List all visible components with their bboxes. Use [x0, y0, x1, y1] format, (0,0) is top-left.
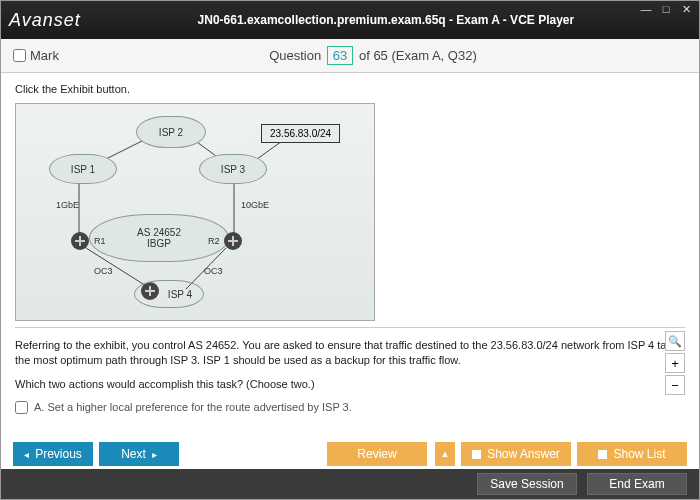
save-session-button[interactable]: Save Session [477, 473, 577, 495]
label-oc3-right: OC3 [204, 266, 223, 276]
as-ibgp: IBGP [147, 238, 171, 249]
question-word: Question [269, 48, 321, 63]
app-logo: Avanset [9, 10, 81, 31]
router-r1-icon [71, 232, 89, 250]
option-a-checkbox[interactable] [15, 401, 28, 414]
router-r2-icon [224, 232, 242, 250]
question-bar: Mark Question 63 of 65 (Exam A, Q32) [1, 39, 699, 73]
as-number: AS 24652 [137, 227, 181, 238]
magnifier-icon[interactable]: 🔍 [665, 331, 685, 351]
label-1gbe: 1GbE [56, 200, 79, 210]
question-number[interactable]: 63 [327, 46, 353, 65]
label-r1: R1 [94, 236, 106, 246]
content-area: Click the Exhibit button. ISP 2 23.56.83… [1, 73, 699, 425]
cloud-isp3: ISP 3 [199, 154, 267, 184]
zoom-controls: 🔍 + − [665, 331, 685, 395]
cloud-isp1: ISP 1 [49, 154, 117, 184]
question-position: Question 63 of 65 (Exam A, Q32) [59, 46, 687, 65]
question-paragraph-1: Referring to the exhibit, you control AS… [15, 338, 685, 369]
label-10gbe: 10GbE [241, 200, 269, 210]
prefix-box: 23.56.83.0/24 [261, 124, 340, 143]
end-exam-button[interactable]: End Exam [587, 473, 687, 495]
window-controls: — □ ✕ [639, 3, 693, 16]
show-list-button[interactable]: Show List [577, 442, 687, 466]
stop-icon [598, 450, 607, 459]
review-button[interactable]: Review [327, 442, 427, 466]
minimize-icon[interactable]: — [639, 3, 653, 16]
content-divider [15, 327, 685, 328]
exhibit-instruction: Click the Exhibit button. [15, 83, 685, 95]
mark-checkbox[interactable] [13, 49, 26, 62]
exhibit-diagram: ISP 2 23.56.83.0/24 ISP 1 ISP 3 1GbE 10G… [15, 103, 375, 321]
cloud-isp2: ISP 2 [136, 116, 206, 148]
zoom-in-button[interactable]: + [665, 353, 685, 373]
show-answer-button[interactable]: Show Answer [461, 442, 571, 466]
zoom-out-button[interactable]: − [665, 375, 685, 395]
maximize-icon[interactable]: □ [659, 3, 673, 16]
label-oc3-left: OC3 [94, 266, 113, 276]
label-r2: R2 [208, 236, 220, 246]
review-dropdown-icon[interactable]: ▲ [435, 442, 455, 466]
option-a[interactable]: A. Set a higher local preference for the… [15, 400, 685, 415]
title-bar: Avanset JN0-661.examcollection.premium.e… [1, 1, 699, 39]
cloud-isp4: ISP 4 [134, 280, 204, 308]
question-total: of 65 (Exam A, Q32) [359, 48, 477, 63]
stop-icon [472, 450, 481, 459]
mark-checkbox-wrap[interactable]: Mark [13, 48, 59, 63]
window-title: JN0-661.examcollection.premium.exam.65q … [81, 13, 691, 27]
label-isp4: ISP 4 [168, 289, 192, 300]
option-a-text: A. Set a higher local preference for the… [34, 400, 352, 415]
nav-row: Previous Next Review ▲ Show Answer Show … [1, 439, 699, 469]
question-paragraph-2: Which two actions would accomplish this … [15, 377, 685, 392]
previous-button[interactable]: Previous [13, 442, 93, 466]
next-button[interactable]: Next [99, 442, 179, 466]
footer-bar: Save Session End Exam [1, 469, 699, 499]
question-text: Referring to the exhibit, you control AS… [15, 338, 685, 416]
mark-label: Mark [30, 48, 59, 63]
close-icon[interactable]: ✕ [679, 3, 693, 16]
